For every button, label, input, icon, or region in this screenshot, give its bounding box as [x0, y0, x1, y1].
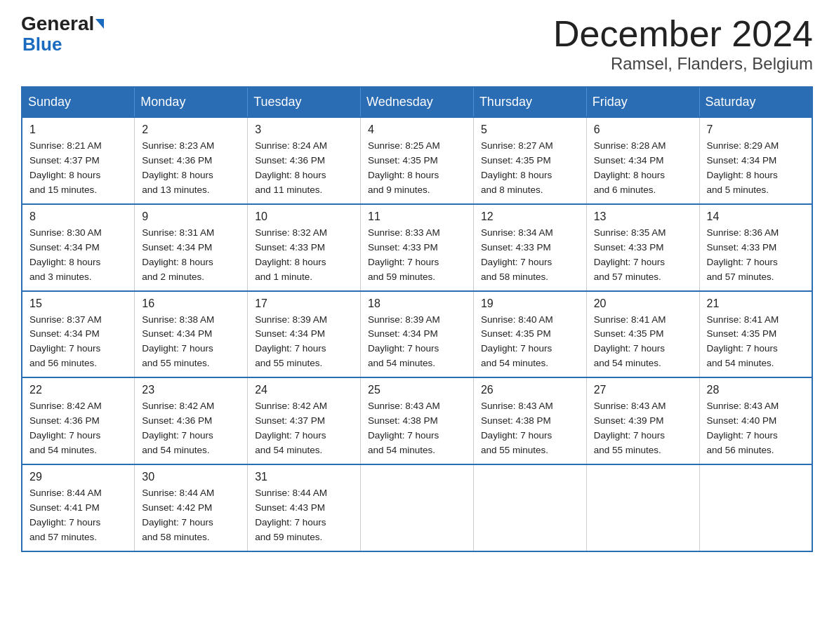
calendar-cell-w5-d3: 31Sunrise: 8:44 AMSunset: 4:43 PMDayligh… — [248, 464, 361, 551]
day-info: Sunrise: 8:28 AMSunset: 4:34 PMDaylight:… — [594, 139, 692, 198]
day-number: 14 — [707, 210, 805, 223]
calendar-cell-w1-d5: 5Sunrise: 8:27 AMSunset: 4:35 PMDaylight… — [473, 117, 586, 204]
day-info: Sunrise: 8:33 AMSunset: 4:33 PMDaylight:… — [368, 226, 466, 285]
day-number: 29 — [29, 471, 127, 483]
day-info: Sunrise: 8:30 AMSunset: 4:34 PMDaylight:… — [29, 226, 127, 285]
calendar-cell-w2-d4: 11Sunrise: 8:33 AMSunset: 4:33 PMDayligh… — [361, 204, 474, 291]
month-year-title: December 2024 — [553, 14, 813, 54]
calendar-cell-w5-d4 — [361, 464, 474, 551]
calendar-cell-w5-d7 — [699, 464, 812, 551]
day-number: 25 — [368, 384, 466, 396]
logo-arrow-icon — [95, 19, 104, 29]
col-friday: Friday — [586, 87, 699, 117]
calendar-cell-w5-d5 — [473, 464, 586, 551]
day-number: 22 — [29, 384, 127, 396]
day-number: 27 — [594, 384, 692, 396]
day-number: 5 — [481, 123, 579, 136]
col-sunday: Sunday — [22, 87, 135, 117]
title-area: December 2024 Ramsel, Flanders, Belgium — [553, 14, 813, 74]
calendar-cell-w3-d7: 21Sunrise: 8:41 AMSunset: 4:35 PMDayligh… — [699, 291, 812, 378]
day-number: 8 — [29, 210, 127, 223]
day-number: 4 — [368, 123, 466, 136]
day-info: Sunrise: 8:31 AMSunset: 4:34 PMDaylight:… — [142, 226, 240, 285]
calendar-cell-w2-d7: 14Sunrise: 8:36 AMSunset: 4:33 PMDayligh… — [699, 204, 812, 291]
day-number: 7 — [707, 123, 805, 136]
calendar-cell-w4-d7: 28Sunrise: 8:43 AMSunset: 4:40 PMDayligh… — [699, 377, 812, 464]
day-info: Sunrise: 8:40 AMSunset: 4:35 PMDaylight:… — [481, 313, 579, 372]
calendar-cell-w4-d5: 26Sunrise: 8:43 AMSunset: 4:38 PMDayligh… — [473, 377, 586, 464]
day-number: 15 — [29, 297, 127, 310]
calendar-cell-w4-d3: 24Sunrise: 8:42 AMSunset: 4:37 PMDayligh… — [248, 377, 361, 464]
day-number: 17 — [255, 297, 353, 310]
calendar-week-3: 15Sunrise: 8:37 AMSunset: 4:34 PMDayligh… — [22, 291, 812, 378]
day-info: Sunrise: 8:39 AMSunset: 4:34 PMDaylight:… — [255, 313, 353, 372]
logo-line1: General — [21, 14, 104, 34]
calendar-cell-w5-d6 — [586, 464, 699, 551]
day-number: 2 — [142, 123, 240, 136]
calendar-cell-w3-d6: 20Sunrise: 8:41 AMSunset: 4:35 PMDayligh… — [586, 291, 699, 378]
day-number: 26 — [481, 384, 579, 396]
day-info: Sunrise: 8:43 AMSunset: 4:40 PMDaylight:… — [707, 399, 805, 458]
day-info: Sunrise: 8:43 AMSunset: 4:38 PMDaylight:… — [368, 399, 466, 458]
calendar-cell-w4-d4: 25Sunrise: 8:43 AMSunset: 4:38 PMDayligh… — [361, 377, 474, 464]
day-info: Sunrise: 8:39 AMSunset: 4:34 PMDaylight:… — [368, 313, 466, 372]
day-info: Sunrise: 8:25 AMSunset: 4:35 PMDaylight:… — [368, 139, 466, 198]
calendar-cell-w1-d6: 6Sunrise: 8:28 AMSunset: 4:34 PMDaylight… — [586, 117, 699, 204]
day-info: Sunrise: 8:41 AMSunset: 4:35 PMDaylight:… — [707, 313, 805, 372]
calendar-cell-w1-d7: 7Sunrise: 8:29 AMSunset: 4:34 PMDaylight… — [699, 117, 812, 204]
col-tuesday: Tuesday — [248, 87, 361, 117]
day-info: Sunrise: 8:43 AMSunset: 4:39 PMDaylight:… — [594, 399, 692, 458]
day-number: 31 — [255, 471, 353, 483]
day-number: 21 — [707, 297, 805, 310]
logo-text-blue: Blue — [22, 34, 62, 55]
calendar-header-row: Sunday Monday Tuesday Wednesday Thursday… — [22, 87, 812, 117]
day-info: Sunrise: 8:32 AMSunset: 4:33 PMDaylight:… — [255, 226, 353, 285]
day-info: Sunrise: 8:44 AMSunset: 4:43 PMDaylight:… — [255, 486, 353, 545]
day-info: Sunrise: 8:42 AMSunset: 4:37 PMDaylight:… — [255, 399, 353, 458]
calendar-week-5: 29Sunrise: 8:44 AMSunset: 4:41 PMDayligh… — [22, 464, 812, 551]
day-info: Sunrise: 8:38 AMSunset: 4:34 PMDaylight:… — [142, 313, 240, 372]
calendar-cell-w4-d2: 23Sunrise: 8:42 AMSunset: 4:36 PMDayligh… — [135, 377, 248, 464]
calendar-week-2: 8Sunrise: 8:30 AMSunset: 4:34 PMDaylight… — [22, 204, 812, 291]
col-saturday: Saturday — [699, 87, 812, 117]
location-title: Ramsel, Flanders, Belgium — [553, 54, 813, 74]
day-info: Sunrise: 8:44 AMSunset: 4:42 PMDaylight:… — [142, 486, 240, 545]
calendar-cell-w1-d1: 1Sunrise: 8:21 AMSunset: 4:37 PMDaylight… — [22, 117, 135, 204]
day-number: 9 — [142, 210, 240, 223]
logo-text-general: General — [21, 14, 94, 34]
calendar-cell-w1-d4: 4Sunrise: 8:25 AMSunset: 4:35 PMDaylight… — [361, 117, 474, 204]
day-info: Sunrise: 8:27 AMSunset: 4:35 PMDaylight:… — [481, 139, 579, 198]
day-number: 28 — [707, 384, 805, 396]
day-info: Sunrise: 8:41 AMSunset: 4:35 PMDaylight:… — [594, 313, 692, 372]
day-number: 19 — [481, 297, 579, 310]
day-number: 1 — [29, 123, 127, 136]
day-number: 12 — [481, 210, 579, 223]
day-number: 13 — [594, 210, 692, 223]
top-section: General Blue December 2024 Ramsel, Fland… — [21, 14, 813, 74]
day-info: Sunrise: 8:36 AMSunset: 4:33 PMDaylight:… — [707, 226, 805, 285]
col-wednesday: Wednesday — [361, 87, 474, 117]
day-number: 18 — [368, 297, 466, 310]
day-number: 6 — [594, 123, 692, 136]
calendar-cell-w2-d1: 8Sunrise: 8:30 AMSunset: 4:34 PMDaylight… — [22, 204, 135, 291]
day-info: Sunrise: 8:37 AMSunset: 4:34 PMDaylight:… — [29, 313, 127, 372]
day-info: Sunrise: 8:34 AMSunset: 4:33 PMDaylight:… — [481, 226, 579, 285]
calendar-cell-w4-d6: 27Sunrise: 8:43 AMSunset: 4:39 PMDayligh… — [586, 377, 699, 464]
calendar-cell-w1-d3: 3Sunrise: 8:24 AMSunset: 4:36 PMDaylight… — [248, 117, 361, 204]
calendar-cell-w2-d6: 13Sunrise: 8:35 AMSunset: 4:33 PMDayligh… — [586, 204, 699, 291]
calendar-cell-w3-d2: 16Sunrise: 8:38 AMSunset: 4:34 PMDayligh… — [135, 291, 248, 378]
day-info: Sunrise: 8:23 AMSunset: 4:36 PMDaylight:… — [142, 139, 240, 198]
day-info: Sunrise: 8:24 AMSunset: 4:36 PMDaylight:… — [255, 139, 353, 198]
calendar-week-1: 1Sunrise: 8:21 AMSunset: 4:37 PMDaylight… — [22, 117, 812, 204]
calendar-cell-w3-d5: 19Sunrise: 8:40 AMSunset: 4:35 PMDayligh… — [473, 291, 586, 378]
calendar-cell-w2-d3: 10Sunrise: 8:32 AMSunset: 4:33 PMDayligh… — [248, 204, 361, 291]
calendar-cell-w4-d1: 22Sunrise: 8:42 AMSunset: 4:36 PMDayligh… — [22, 377, 135, 464]
day-number: 11 — [368, 210, 466, 223]
day-number: 16 — [142, 297, 240, 310]
calendar-cell-w5-d1: 29Sunrise: 8:44 AMSunset: 4:41 PMDayligh… — [22, 464, 135, 551]
day-number: 10 — [255, 210, 353, 223]
calendar-cell-w3-d1: 15Sunrise: 8:37 AMSunset: 4:34 PMDayligh… — [22, 291, 135, 378]
day-info: Sunrise: 8:35 AMSunset: 4:33 PMDaylight:… — [594, 226, 692, 285]
day-number: 23 — [142, 384, 240, 396]
calendar-cell-w2-d2: 9Sunrise: 8:31 AMSunset: 4:34 PMDaylight… — [135, 204, 248, 291]
